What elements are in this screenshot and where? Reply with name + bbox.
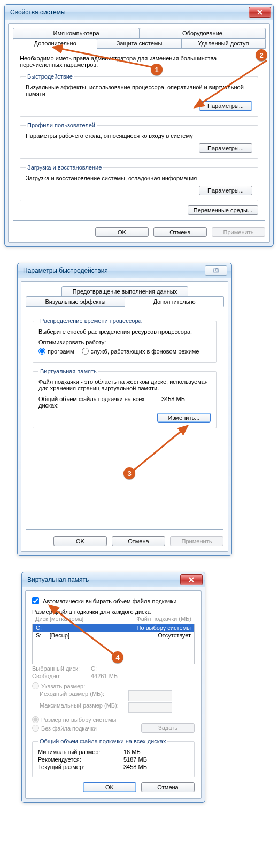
titlebar[interactable]: Свойства системы [5,5,273,20]
drive-row-s[interactable]: S: [Becup] Отсутствует [33,632,194,639]
ok-button[interactable]: OK [95,227,149,237]
cancel-button[interactable]: Отмена [153,227,207,237]
group-cpu: Распределение времени процессора Выберит… [33,318,217,363]
performance-options-window: Параметры быстродействия Предотвращение … [17,263,232,556]
close-icon[interactable] [249,7,271,18]
group-profiles-desc: Параметры рабочего стола, относящиеся ко… [26,133,252,139]
initial-size-label: Исходный размер (МБ): [40,690,125,701]
group-cpu-desc: Выберите способ распределения ресурсов п… [38,328,211,335]
window-title: Виртуальная память [27,576,180,583]
ok-button[interactable]: OK [83,782,136,792]
apply-button[interactable]: Применить [170,536,223,546]
selected-drive-label: Выбранный диск: [32,665,91,672]
client-area: Автоматически выбирать объем файла подка… [25,590,202,799]
group-profiles-title: Профили пользователей [26,122,97,128]
apply-button[interactable]: Применить [212,227,265,237]
current-size-label: Текущий размер: [38,764,123,770]
min-size-label: Минимальный размер: [38,749,123,755]
vm-total-label: Общий объем файла подкачки на всех диска… [38,396,161,409]
window-title: Параметры быстродействия [23,267,205,274]
group-summary-title: Общий объем файла подкачки на всех диска… [38,738,167,744]
current-size-value: 3458 МБ [123,764,147,770]
profiles-settings-button[interactable]: Параметры... [199,143,252,153]
group-vm-title: Виртуальная память [38,368,98,374]
group-startup-desc: Загрузка и восстановление системы, отлад… [26,175,252,181]
client-area: Предотвращение выполнения данных Визуаль… [21,281,228,552]
titlebar[interactable]: Параметры быстродействия [18,263,231,278]
cancel-button[interactable]: Отмена [112,536,165,546]
group-performance-desc: Визуальные эффекты, использование процес… [26,84,252,97]
optimize-label: Оптимизировать работу: [38,339,211,345]
performance-settings-button[interactable]: Параметры... [199,101,252,111]
close-icon[interactable] [180,574,203,585]
group-startup-title: Загрузка и восстановление [26,164,103,171]
recommended-label: Рекомендуется: [38,756,123,763]
group-performance-title: Быстродействие [26,73,74,80]
vm-change-button[interactable]: Изменить... [157,413,211,423]
drive-row-c[interactable]: C: По выбору системы [33,624,194,632]
annotation-arrow-3 [129,423,204,476]
tab-computer-name[interactable]: Имя компьютера [13,28,140,39]
tab-row-bottom: Визуальные эффекты Дополнительно [26,296,223,307]
tab-pane: Распределение времени процессора Выберит… [26,306,223,530]
tab-dep[interactable]: Предотвращение выполнения данных [61,286,188,297]
auto-manage-checkbox[interactable]: Автоматически выбирать объем файла подка… [32,598,176,604]
svg-line-4 [132,426,188,472]
titlebar[interactable]: Виртуальная память [22,572,205,587]
annotation-marker-1: 1 [151,64,163,75]
system-properties-window: Свойства системы Имя компьютера Оборудов… [4,4,274,247]
recommended-value: 5187 МБ [123,756,147,763]
auto-manage-checkbox-input[interactable] [32,597,39,604]
group-vm-desc: Файл подкачки - это область на жестком д… [38,379,211,391]
tab-remote[interactable]: Удаленный доступ [181,38,266,49]
max-size-label: Максимальный размер (МБ): [40,702,125,713]
radio-programs-input[interactable] [38,348,45,355]
radio-background[interactable]: служб, работающих в фоновом режиме [82,348,199,355]
free-space-label: Свободно: [32,673,91,679]
cancel-button[interactable]: Отмена [141,782,195,792]
drives-columns: Диск [метка тома] Файл подкачки (МБ) [32,615,195,623]
group-cpu-title: Распределение времени процессора [38,318,143,324]
group-startup: Загрузка и восстановление Загрузка и вос… [20,164,258,201]
group-vm: Виртуальная память Файл подкачки - это о… [33,368,217,428]
tab-pane: Необходимо иметь права администратора дл… [13,48,265,221]
annotation-marker-3: 3 [123,467,135,479]
group-summary: Общий объем файла подкачки на всех диска… [32,738,195,777]
initial-size-field [128,690,172,701]
tab-hardware[interactable]: Оборудование [139,28,266,39]
ok-button[interactable]: OK [53,536,107,546]
group-performance: Быстродействие Визуальные эффекты, испол… [20,73,258,117]
free-space-value: 44261 МБ [91,673,118,679]
selected-drive-value: C: [91,665,97,672]
radio-system: Размер по выбору системы [32,716,195,723]
help-icon[interactable] [205,265,227,276]
startup-settings-button[interactable]: Параметры... [199,186,252,195]
group-profiles: Профили пользователей Параметры рабочего… [20,122,258,159]
tab-system-protection[interactable]: Защита системы [97,38,181,49]
intro-text: Необходимо иметь права администратора дл… [20,55,258,68]
tab-row-2: Дополнительно Защита системы Удаленный д… [13,38,265,49]
radio-none: Без файла подкачки [32,725,138,732]
tab-advanced[interactable]: Дополнительно [13,38,97,49]
annotation-marker-2: 2 [256,49,267,61]
radio-programs[interactable]: программ [38,348,74,355]
drives-heading: Размер файла подкачки для каждого диска [32,609,195,615]
radio-custom: Указать размер: [32,682,195,689]
environment-variables-button[interactable]: Переменные среды... [188,205,258,215]
annotation-marker-4: 4 [112,651,123,663]
tab-row-1: Имя компьютера Оборудование [13,28,265,39]
max-size-field [128,702,172,713]
svg-rect-3 [215,269,218,271]
set-button: Задать [141,723,195,733]
virtual-memory-window: Виртуальная память Автоматически выбират… [21,572,205,803]
window-title: Свойства системы [10,9,249,16]
client-area: Имя компьютера Оборудование Дополнительн… [8,23,270,243]
vm-total-value: 3458 МБ [161,396,185,409]
tab-row-top: Предотвращение выполнения данных [26,286,223,297]
tab-advanced[interactable]: Дополнительно [125,296,224,307]
radio-background-input[interactable] [82,348,89,355]
tab-visual-effects[interactable]: Визуальные эффекты [26,296,125,307]
min-size-value: 16 МБ [123,749,141,755]
